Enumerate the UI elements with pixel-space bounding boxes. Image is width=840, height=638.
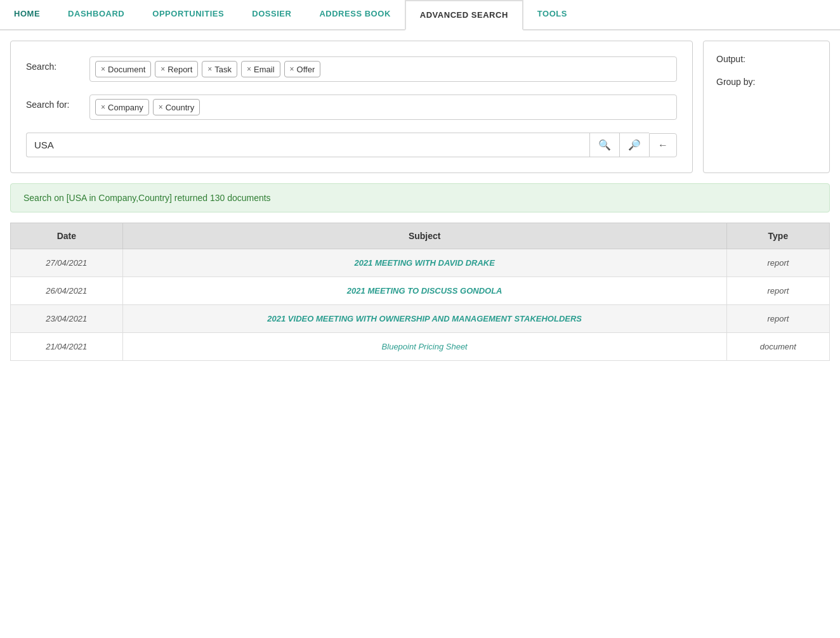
search-for-tags-box: ×Company×Country — [89, 94, 677, 120]
search-icon: 🔍 — [598, 140, 611, 150]
back-icon: ← — [658, 140, 668, 150]
tag-remove-icon[interactable]: × — [161, 65, 165, 74]
tag-remove-icon[interactable]: × — [101, 65, 105, 74]
cell-subject[interactable]: Bluepoint Pricing Sheet — [122, 333, 726, 361]
search-for-row: Search for: ×Company×Country — [26, 94, 677, 120]
search-button[interactable]: 🔍 — [589, 133, 619, 157]
search-tag-document[interactable]: ×Document — [95, 61, 151, 77]
cell-type: report — [726, 249, 829, 277]
cell-date: 23/04/2021 — [11, 305, 123, 333]
cell-date: 21/04/2021 — [11, 333, 123, 361]
nav-item-advanced-search[interactable]: ADVANCED SEARCH — [405, 0, 523, 30]
nav-bar: HOMEDASHBOARDOPPORTUNITIESDOSSIERADDRESS… — [0, 0, 840, 30]
results-table: DateSubjectType 27/04/20212021 MEETING W… — [10, 223, 830, 361]
output-label: Output: — [716, 54, 817, 64]
col-header-type: Type — [726, 223, 829, 249]
search-tag-offer[interactable]: ×Offer — [284, 61, 321, 77]
cell-subject[interactable]: 2021 VIDEO MEETING WITH OWNERSHIP AND MA… — [122, 305, 726, 333]
table-row: 26/04/20212021 MEETING TO DISCUSS GONDOL… — [11, 277, 830, 305]
zoom-search-button[interactable]: 🔎 — [619, 133, 649, 157]
nav-item-dossier[interactable]: DOSSIER — [238, 0, 305, 29]
table-row: 23/04/20212021 VIDEO MEETING WITH OWNERS… — [11, 305, 830, 333]
tag-remove-icon[interactable]: × — [101, 103, 105, 112]
nav-item-address-book[interactable]: ADDRESS BOOK — [305, 0, 404, 29]
tag-remove-icon[interactable]: × — [247, 65, 251, 74]
cell-date: 26/04/2021 — [11, 277, 123, 305]
cell-type: report — [726, 277, 829, 305]
cell-date: 27/04/2021 — [11, 249, 123, 277]
cell-type: report — [726, 305, 829, 333]
search-row: Search: ×Document×Report×Task×Email×Offe… — [26, 56, 677, 82]
result-banner: Search on [USA in Company,Country] retur… — [10, 183, 830, 212]
subject-link[interactable]: 2021 VIDEO MEETING WITH OWNERSHIP AND MA… — [267, 314, 582, 323]
cell-subject[interactable]: 2021 MEETING TO DISCUSS GONDOLA — [122, 277, 726, 305]
group-by-label: Group by: — [716, 77, 817, 87]
search-tag-task[interactable]: ×Task — [202, 61, 237, 77]
nav-item-tools[interactable]: TOOLS — [523, 0, 581, 29]
result-text: Search on [USA in Company,Country] retur… — [23, 193, 271, 203]
subject-link[interactable]: 2021 MEETING WITH DAVID DRAKE — [354, 258, 495, 268]
tag-remove-icon[interactable]: × — [159, 103, 163, 112]
search-for-tag-company[interactable]: ×Company — [95, 99, 149, 115]
search-input-row: 🔍 🔎 ← — [26, 133, 677, 157]
search-tag-report[interactable]: ×Report — [155, 61, 198, 77]
col-header-subject: Subject — [122, 223, 726, 249]
search-label: Search: — [26, 56, 89, 72]
zoom-icon: 🔎 — [628, 140, 641, 150]
subject-link[interactable]: Bluepoint Pricing Sheet — [382, 342, 468, 351]
search-panel: Search: ×Document×Report×Task×Email×Offe… — [10, 41, 693, 173]
search-for-tag-country[interactable]: ×Country — [153, 99, 200, 115]
table-row: 21/04/2021Bluepoint Pricing Sheetdocumen… — [11, 333, 830, 361]
tag-remove-icon[interactable]: × — [290, 65, 294, 74]
subject-link[interactable]: 2021 MEETING TO DISCUSS GONDOLA — [347, 286, 502, 296]
nav-item-home[interactable]: HOME — [0, 0, 54, 29]
table-header: DateSubjectType — [11, 223, 830, 249]
nav-item-dashboard[interactable]: DASHBOARD — [54, 0, 138, 29]
search-input[interactable] — [26, 133, 589, 157]
back-button[interactable]: ← — [649, 133, 677, 157]
search-tag-email[interactable]: ×Email — [241, 61, 280, 77]
col-header-date: Date — [11, 223, 123, 249]
table-row: 27/04/20212021 MEETING WITH DAVID DRAKEr… — [11, 249, 830, 277]
right-panel: Output: Group by: — [703, 41, 830, 173]
search-tags-box: ×Document×Report×Task×Email×Offer — [89, 56, 677, 82]
cell-subject[interactable]: 2021 MEETING WITH DAVID DRAKE — [122, 249, 726, 277]
results-table-container: DateSubjectType 27/04/20212021 MEETING W… — [10, 223, 830, 361]
tag-remove-icon[interactable]: × — [207, 65, 212, 74]
table-body: 27/04/20212021 MEETING WITH DAVID DRAKEr… — [11, 249, 830, 361]
nav-item-opportunities[interactable]: OPPORTUNITIES — [138, 0, 238, 29]
cell-type: document — [726, 333, 829, 361]
search-for-label: Search for: — [26, 94, 89, 110]
